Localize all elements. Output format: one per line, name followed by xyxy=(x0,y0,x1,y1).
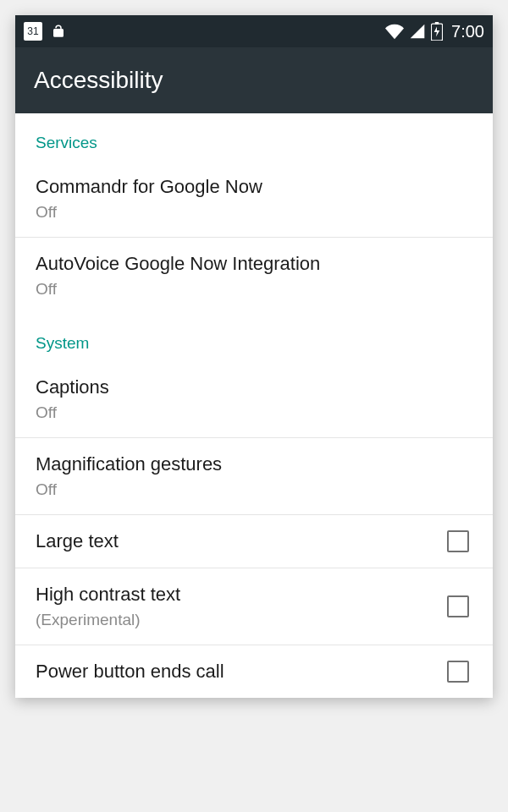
list-item-autovoice[interactable]: AutoVoice Google Now Integration Off xyxy=(15,238,493,314)
item-title: Captions xyxy=(36,376,109,398)
list-item-commandr[interactable]: Commandr for Google Now Off xyxy=(15,161,493,238)
section-header-services: Services xyxy=(15,113,493,161)
list-item-magnification[interactable]: Magnification gestures Off xyxy=(15,438,493,515)
item-text: AutoVoice Google Now Integration Off xyxy=(36,253,320,299)
item-title: Commandr for Google Now xyxy=(36,176,262,198)
item-sub: Off xyxy=(36,480,222,499)
app-bar: Accessibility xyxy=(15,47,493,113)
wifi-icon xyxy=(385,22,404,41)
section-header-system: System xyxy=(15,314,493,361)
item-sub: Off xyxy=(36,280,320,299)
list-item-large-text[interactable]: Large text xyxy=(15,515,493,568)
status-right: 7:00 xyxy=(385,22,484,41)
calendar-day: 31 xyxy=(27,25,38,37)
item-text: Commandr for Google Now Off xyxy=(36,176,262,222)
unlock-icon xyxy=(51,24,66,39)
list-item-power-button[interactable]: Power button ends call xyxy=(15,645,493,698)
status-left: 31 xyxy=(24,22,66,41)
clock: 7:00 xyxy=(451,22,484,41)
item-text: Magnification gestures Off xyxy=(36,453,222,499)
item-sub: Off xyxy=(36,203,262,222)
svg-rect-1 xyxy=(435,22,439,25)
list-item-high-contrast[interactable]: High contrast text (Experimental) xyxy=(15,568,493,645)
item-text: Large text xyxy=(36,530,119,552)
calendar-icon: 31 xyxy=(24,22,42,41)
item-sub: (Experimental) xyxy=(36,611,180,629)
device-frame: 31 xyxy=(15,15,493,698)
signal-icon xyxy=(409,23,426,40)
item-sub: Off xyxy=(36,403,109,422)
item-title: AutoVoice Google Now Integration xyxy=(36,253,320,275)
list-item-captions[interactable]: Captions Off xyxy=(15,361,493,438)
item-text: High contrast text (Experimental) xyxy=(36,584,180,629)
content[interactable]: Services Commandr for Google Now Off Aut… xyxy=(15,113,493,698)
battery-icon xyxy=(431,22,443,41)
item-text: Power button ends call xyxy=(36,661,224,683)
checkbox-high-contrast[interactable] xyxy=(447,595,469,617)
page-title: Accessibility xyxy=(34,67,163,94)
item-title: Large text xyxy=(36,530,119,552)
checkbox-power-button[interactable] xyxy=(447,661,469,683)
item-text: Captions Off xyxy=(36,376,109,422)
item-title: Power button ends call xyxy=(36,661,224,683)
item-title: High contrast text xyxy=(36,584,180,606)
status-bar: 31 xyxy=(15,15,493,47)
checkbox-large-text[interactable] xyxy=(447,530,469,552)
item-title: Magnification gestures xyxy=(36,453,222,475)
